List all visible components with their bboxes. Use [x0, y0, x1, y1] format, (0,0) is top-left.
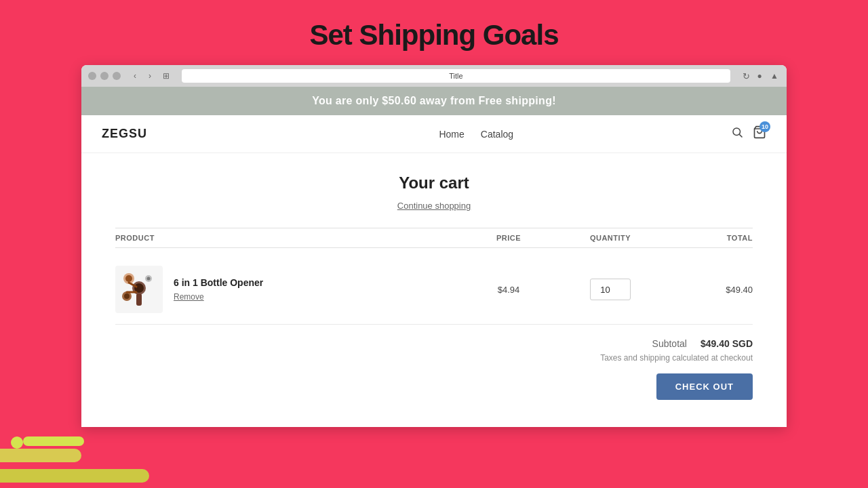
svg-point-4 — [125, 275, 132, 282]
decorative-elements — [0, 420, 217, 488]
cart-item-row: 6 in 1 Bottle Opener Remove $4.94 $49.40 — [115, 255, 753, 325]
subtotal-value: $49.40 SGD — [701, 338, 753, 349]
col-header-quantity: QUANTITY — [549, 234, 671, 242]
svg-line-1 — [739, 134, 742, 137]
search-icon[interactable] — [731, 126, 743, 142]
browser-close-btn — [88, 72, 96, 80]
browser-window: ‹ › ⊞ Title ↻ ● ▲ You are only $50.60 aw… — [81, 65, 787, 427]
subtotal-row: Subtotal $49.40 SGD — [652, 338, 753, 349]
deco-bar-2 — [0, 449, 81, 462]
address-bar-text: Title — [449, 72, 462, 80]
deco-bar-1 — [23, 436, 84, 446]
subtotal-label: Subtotal — [652, 338, 687, 349]
checkout-button[interactable]: CHECK OUT — [656, 373, 753, 400]
cart-subtotal: Subtotal $49.40 SGD Taxes and shipping c… — [115, 325, 753, 407]
store-nav-links: Home Catalog — [439, 129, 513, 140]
cart-body: Your cart Continue shopping PRODUCT PRIC… — [81, 153, 787, 427]
product-remove-link[interactable]: Remove — [174, 292, 263, 302]
item-total: $49.40 — [671, 285, 753, 295]
nav-link-home[interactable]: Home — [439, 129, 464, 140]
continue-shopping-container: Continue shopping — [115, 199, 753, 211]
svg-rect-7 — [136, 293, 142, 306]
svg-point-13 — [147, 277, 151, 281]
cart-title: Your cart — [115, 174, 753, 192]
product-name: 6 in 1 Bottle Opener — [174, 277, 263, 288]
col-header-total: TOTAL — [671, 234, 753, 242]
page-title: Set Shipping Goals — [0, 0, 868, 65]
forward-icon[interactable]: › — [144, 70, 156, 82]
browser-actions: ● ▲ — [754, 70, 780, 81]
continue-shopping-link[interactable]: Continue shopping — [397, 201, 471, 211]
address-bar[interactable]: Title — [182, 69, 730, 83]
cart-badge: 10 — [760, 121, 770, 132]
cart-table-header: PRODUCT PRICE QUANTITY TOTAL — [115, 228, 753, 248]
col-header-product: PRODUCT — [115, 234, 468, 242]
deco-bar-3 — [0, 469, 149, 483]
product-image — [115, 266, 163, 313]
store-content: You are only $50.60 away from Free shipp… — [81, 87, 787, 427]
browser-maximize-btn — [113, 72, 121, 80]
svg-point-9 — [124, 293, 130, 299]
cart-icon[interactable]: 10 — [753, 125, 766, 142]
nav-link-catalog[interactable]: Catalog — [481, 129, 513, 140]
item-price: $4.94 — [468, 285, 549, 295]
svg-point-0 — [733, 128, 741, 136]
reload-icon[interactable]: ↻ — [743, 71, 750, 81]
cart-product-info: 6 in 1 Bottle Opener Remove — [115, 266, 468, 313]
col-header-price: PRICE — [468, 234, 549, 242]
tax-note: Taxes and shipping calculated at checkou… — [600, 353, 753, 363]
browser-minimize-btn — [100, 72, 108, 80]
shipping-banner: You are only $50.60 away from Free shipp… — [81, 87, 787, 115]
browser-toolbar: ‹ › ⊞ Title ↻ ● ▲ — [81, 65, 787, 87]
quantity-input[interactable] — [590, 279, 631, 300]
grid-icon[interactable]: ⊞ — [160, 70, 172, 82]
back-icon[interactable]: ‹ — [129, 70, 141, 82]
store-nav: ZEGSU Home Catalog — [81, 115, 787, 153]
browser-action-1-icon[interactable]: ● — [754, 70, 765, 81]
deco-circle — [11, 436, 23, 449]
browser-nav: ‹ › — [129, 70, 156, 82]
store-logo: ZEGSU — [102, 127, 147, 141]
shipping-banner-text: You are only $50.60 away from Free shipp… — [312, 95, 556, 106]
browser-action-2-icon[interactable]: ▲ — [769, 70, 780, 81]
product-details: 6 in 1 Bottle Opener Remove — [174, 277, 263, 302]
store-nav-icons: 10 — [731, 125, 766, 142]
item-quantity-container — [549, 279, 671, 300]
